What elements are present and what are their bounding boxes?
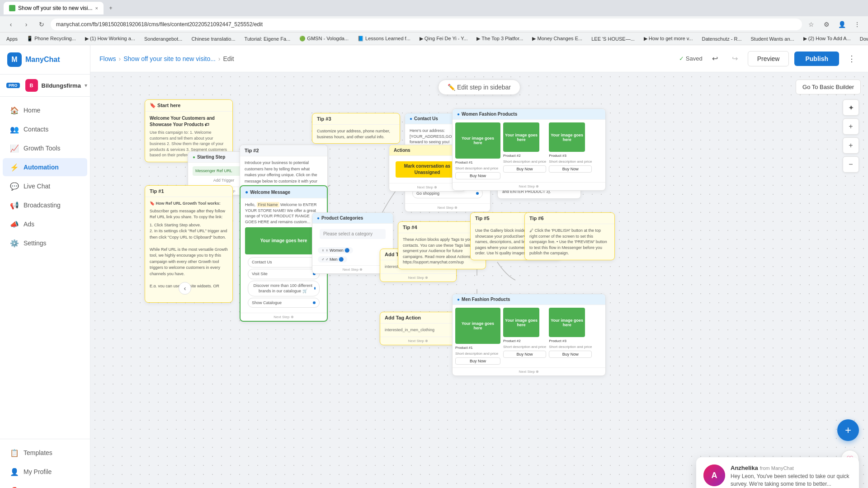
sidebar-item-broadcasting[interactable]: 📢 Broadcasting bbox=[3, 196, 87, 214]
redo-button[interactable]: ↪ bbox=[728, 52, 742, 66]
product-gallery-node-1[interactable]: ● Women Fashion Products Your image goes… bbox=[452, 108, 606, 191]
bookmark-15[interactable]: ▶ (2) How To Add A... bbox=[801, 35, 854, 42]
logo-text: ManyChat bbox=[25, 56, 60, 64]
bookmark-10[interactable]: ▶ Money Changes E... bbox=[529, 35, 585, 42]
my-profile-icon: 👤 bbox=[10, 467, 19, 476]
product-gallery-node-2[interactable]: ● Men Fashion Products Your image goes h… bbox=[452, 294, 606, 376]
buy-now-btn-2[interactable]: Buy Now bbox=[503, 165, 546, 173]
sidebar-item-settings[interactable]: ⚙️ Settings bbox=[3, 234, 87, 252]
sidebar-bottom: 📋 Templates 👤 My Profile ❓ Help bbox=[0, 439, 90, 488]
bookmark-star-icon[interactable]: ☆ bbox=[805, 18, 817, 31]
bookmark-apps[interactable]: Apps bbox=[4, 35, 20, 42]
buy-now-btn-4[interactable]: Buy Now bbox=[455, 357, 500, 365]
visit-site-btn[interactable]: Visit Site bbox=[248, 269, 320, 279]
address-bar[interactable]: manychat.com/fb/198150208192061​8/cms/fi… bbox=[51, 19, 802, 30]
canvas-zoom-out-tool[interactable]: − bbox=[843, 156, 859, 173]
audience-categories-label: Product Categories bbox=[321, 216, 363, 221]
tip4-title: Tip #4 bbox=[403, 225, 417, 230]
bookmark-3[interactable]: Sonderangebot... bbox=[142, 35, 185, 42]
your-image-1: Your image goes here bbox=[245, 227, 322, 254]
active-tab[interactable]: Show off your site to new visi... × bbox=[4, 2, 104, 14]
bookmark-4[interactable]: Chinese translatio... bbox=[189, 35, 238, 42]
buy-now-btn-1[interactable]: Buy Now bbox=[455, 172, 500, 179]
new-tab-button[interactable]: + bbox=[105, 3, 116, 14]
show-catalogue-label: Show Catalogue bbox=[252, 300, 282, 306]
sidebar: M ManyChat PRO B Bildungsfirma ▾ 🏠 Home … bbox=[0, 45, 90, 488]
menu-icon[interactable]: ⋮ bbox=[851, 18, 863, 31]
bookmark-12[interactable]: ▶ How to get more v... bbox=[641, 35, 696, 42]
tip6-header: Tip #6 bbox=[525, 213, 614, 224]
tip5-title: Tip #5 bbox=[475, 216, 490, 221]
contact-us-btn[interactable]: Contact Us bbox=[248, 257, 320, 267]
sidebar-item-home[interactable]: 🏠 Home bbox=[3, 101, 87, 119]
tip6-node[interactable]: Tip #6 🖊 Click the 'PUBLISH' button at t… bbox=[524, 212, 615, 260]
preview-button[interactable]: Preview bbox=[748, 51, 789, 66]
bookmark-6[interactable]: 🟢 GMSN - Vologda... bbox=[297, 35, 351, 42]
help-icon: ❓ bbox=[10, 486, 19, 488]
profile-icon[interactable]: 👤 bbox=[835, 18, 848, 31]
sidebar-item-ads[interactable]: 📣 Ads bbox=[3, 215, 87, 233]
bookmark-2[interactable]: ▶ (1) How Working a... bbox=[82, 35, 138, 42]
extensions-icon[interactable]: ⚙ bbox=[820, 18, 833, 31]
sidebar-item-live-chat[interactable]: 💬 Live Chat bbox=[3, 177, 87, 195]
sidebar-item-automation[interactable]: ⚡ Automation bbox=[3, 158, 87, 176]
canvas-add-tool[interactable]: + bbox=[843, 118, 859, 135]
edit-step-banner: ✏️ Edit step in sidebar bbox=[438, 80, 520, 95]
url-text: manychat.com/fb/198150208192061​8/cms/fi… bbox=[56, 21, 263, 28]
workspace-selector[interactable]: PRO B Bildungsfirma ▾ bbox=[0, 75, 90, 97]
reload-button[interactable]: ↻ bbox=[35, 18, 48, 31]
product-image-1b: Your image goes here bbox=[503, 122, 539, 152]
forward-button[interactable]: › bbox=[20, 18, 33, 31]
bookmark-16[interactable]: Download - Cooki... bbox=[857, 35, 868, 42]
product3-label-2: Product #3 bbox=[549, 339, 592, 343]
fab-add-button[interactable]: + bbox=[837, 419, 859, 441]
add-tag-action-header: Add Tag Action bbox=[380, 312, 456, 324]
publish-label: Publish bbox=[805, 55, 828, 62]
sidebar-item-help[interactable]: ❓ Help bbox=[3, 482, 87, 488]
sidebar-item-contacts[interactable]: 👥 Contacts bbox=[3, 120, 87, 138]
bookmark-5[interactable]: Tutorial: Eigene Fa... bbox=[242, 35, 293, 42]
go-to-builder-button[interactable]: Go To Basic Builder bbox=[796, 80, 861, 94]
bookmark-7[interactable]: 📘 Lessons Learned f... bbox=[355, 35, 413, 42]
bookmark-11[interactable]: LEE 'S HOUSE—... bbox=[589, 35, 637, 42]
check-icon: ✓ bbox=[679, 55, 684, 62]
welcome-text: Hello, First Name Welcome to ENTER YOUR … bbox=[245, 202, 322, 225]
growth-tools-icon: 📈 bbox=[10, 144, 19, 153]
bookmark-13[interactable]: Datenschutz - R... bbox=[699, 35, 744, 42]
tab-close-icon[interactable]: × bbox=[95, 5, 98, 11]
back-button[interactable]: ‹ bbox=[5, 18, 17, 31]
canvas-zoom-in-tool[interactable]: + bbox=[843, 137, 859, 154]
tags-next-step: Next Step ⊕ bbox=[380, 273, 456, 282]
notif-sender-source: from ManyChat bbox=[760, 465, 794, 471]
sidebar-item-growth-tools[interactable]: 📈 Growth Tools bbox=[3, 139, 87, 157]
tip6-text: 🖊 Click the 'PUBLISH' button at the top … bbox=[529, 228, 607, 255]
templates-icon: 📋 bbox=[10, 448, 19, 457]
tip3-node[interactable]: Tip #3 Customize your address, phone num… bbox=[312, 113, 400, 144]
add-tag-action-node[interactable]: Add Tag Action interested_in_men_clothin… bbox=[380, 312, 457, 345]
sidebar-item-ads-label: Ads bbox=[24, 221, 34, 228]
men-product-gallery-label: Men Fashion Products bbox=[462, 297, 510, 302]
sidebar-item-templates[interactable]: 📋 Templates bbox=[3, 444, 87, 462]
topbar-more-menu-button[interactable]: ⋮ bbox=[844, 52, 859, 66]
product-gallery-header-2: ● Men Fashion Products bbox=[453, 294, 605, 305]
show-catalogue-btn[interactable]: Discover more than 100 different brands … bbox=[248, 281, 320, 296]
show-catalogue-btn-2[interactable]: Show Catalogue bbox=[248, 298, 320, 308]
buy-now-btn-3[interactable]: Buy Now bbox=[549, 165, 592, 173]
sidebar-item-my-profile[interactable]: 👤 My Profile bbox=[3, 463, 87, 481]
canvas-settings-tool[interactable]: ✦ bbox=[843, 99, 859, 116]
bookmark-14[interactable]: Student Wants an... bbox=[748, 35, 797, 42]
publish-button[interactable]: Publish bbox=[794, 52, 839, 66]
bookmarks-bar: Apps 📱 Phone Recycling... ▶ (1) How Work… bbox=[0, 33, 868, 45]
breadcrumb-flows[interactable]: Flows bbox=[99, 55, 116, 62]
canvas-area[interactable]: ✏️ Edit step in sidebar Go To Basic Buil… bbox=[90, 72, 868, 488]
product-images-2: Your image goes here Product #1 Short de… bbox=[453, 305, 605, 367]
bookmark-8[interactable]: ▶ Qing Fei De Yi - Y... bbox=[417, 35, 471, 42]
undo-button[interactable]: ↩ bbox=[708, 52, 722, 66]
bookmark-1[interactable]: 📱 Phone Recycling... bbox=[24, 35, 79, 42]
canvas-prev-arrow[interactable]: ‹ bbox=[179, 282, 191, 295]
buy-now-btn-5[interactable]: Buy Now bbox=[503, 351, 546, 358]
buy-now-btn-6[interactable]: Buy Now bbox=[549, 351, 592, 358]
bookmark-9[interactable]: ▶ The Top 3 Platfor... bbox=[474, 35, 526, 42]
breadcrumb-page[interactable]: Show off your site to new visito... bbox=[123, 55, 216, 62]
notification-avatar: A bbox=[703, 465, 725, 486]
